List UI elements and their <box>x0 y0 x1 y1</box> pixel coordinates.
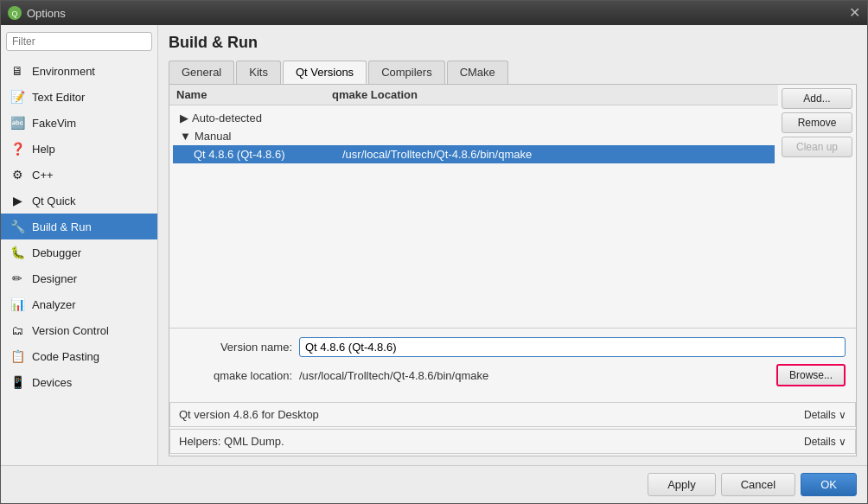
options-window: Q Options ✕ 🖥 Environment 📝 Text Editor … <box>0 0 868 504</box>
ok-button[interactable]: OK <box>801 473 857 496</box>
sidebar-item-devices[interactable]: 📱 Devices <box>1 369 157 395</box>
devices-icon: 📱 <box>10 374 25 390</box>
side-buttons: Add... Remove Clean up <box>778 85 856 328</box>
tab-kits[interactable]: Kits <box>236 61 281 84</box>
tab-content: Name qmake Location ▶Auto-detected▼Manua… <box>169 84 857 456</box>
qmake-label: qmake location: <box>180 369 292 382</box>
sidebar-label-code-pasting: Code Pasting <box>32 350 99 363</box>
version-name-input[interactable] <box>299 337 846 357</box>
sidebar-item-text-editor[interactable]: 📝 Text Editor <box>1 84 157 110</box>
browse-button[interactable]: Browse... <box>776 364 846 386</box>
sidebar-label-cpp: C++ <box>32 169 54 182</box>
sidebar-label-help: Help <box>32 143 55 156</box>
sidebar-item-build-run[interactable]: 🔧 Build & Run <box>1 214 157 239</box>
cancel-button[interactable]: Cancel <box>721 473 795 496</box>
apply-button[interactable]: Apply <box>648 473 716 496</box>
version-name-label: Version name: <box>180 341 292 354</box>
help-icon: ❓ <box>10 141 25 156</box>
sidebar-item-cpp[interactable]: ⚙ C++ <box>1 162 157 188</box>
sidebar-label-environment: Environment <box>32 65 95 78</box>
row-name: Qt 4.8.6 (Qt-4.8.6) <box>194 148 342 161</box>
col-qmake: qmake Location <box>332 88 771 101</box>
version-control-icon: 🗂 <box>10 322 25 338</box>
info-text: Qt version 4.8.6 for Desktop <box>179 408 319 421</box>
sidebar-label-designer: Designer <box>32 272 77 285</box>
environment-icon: 🖥 <box>10 63 25 79</box>
add-button[interactable]: Add... <box>782 88 852 109</box>
main-content: 🖥 Environment 📝 Text Editor 🔤 FakeVim ❓ … <box>1 25 867 465</box>
info-text: Helpers: QML Dump. <box>179 435 284 448</box>
footer: Apply Cancel OK <box>1 465 867 503</box>
sidebar-item-designer[interactable]: ✏ Designer <box>1 265 157 291</box>
details-button[interactable]: Details ∨ <box>804 436 846 448</box>
sidebar-item-help[interactable]: ❓ Help <box>1 136 157 162</box>
info-row: Helpers: QML Dump. Details ∨ <box>169 429 856 454</box>
build-run-icon: 🔧 <box>10 219 25 234</box>
sidebar-item-analyzer[interactable]: 📊 Analyzer <box>1 291 157 317</box>
analyzer-icon: 📊 <box>10 297 25 312</box>
sidebar-label-version-control: Version Control <box>32 324 109 337</box>
filter-input[interactable] <box>6 32 152 51</box>
qmake-value: /usr/local/Trolltech/Qt-4.8.6/bin/qmake <box>299 369 769 382</box>
tabs-bar: GeneralKitsQt VersionsCompilersCMake <box>169 61 857 84</box>
text-editor-icon: 📝 <box>10 89 25 105</box>
cleanup-button[interactable]: Clean up <box>782 137 852 157</box>
page-title: Build & Run <box>169 34 857 52</box>
app-icon: Q <box>8 6 22 20</box>
sidebar-label-build-run: Build & Run <box>32 220 92 233</box>
svg-text:Q: Q <box>11 10 17 18</box>
table-with-buttons: Name qmake Location ▶Auto-detected▼Manua… <box>169 85 856 328</box>
tab-general[interactable]: General <box>169 61 234 84</box>
version-name-row: Version name: <box>180 337 846 357</box>
qt-quick-icon: ▶ <box>10 193 25 208</box>
sidebar-label-debugger: Debugger <box>32 246 81 259</box>
cpp-icon: ⚙ <box>10 167 25 182</box>
titlebar-left: Q Options <box>8 6 66 20</box>
sidebar: 🖥 Environment 📝 Text Editor 🔤 FakeVim ❓ … <box>1 25 158 465</box>
row-qmake: /usr/local/Trolltech/Qt-4.8.6/bin/qmake <box>342 148 768 161</box>
sidebar-item-version-control[interactable]: 🗂 Version Control <box>1 317 157 343</box>
sidebar-item-environment[interactable]: 🖥 Environment <box>1 58 157 84</box>
sidebar-item-debugger[interactable]: 🐛 Debugger <box>1 239 157 265</box>
info-row: Qt version 4.8.6 for Desktop Details ∨ <box>169 402 856 427</box>
details-button[interactable]: Details ∨ <box>804 409 846 421</box>
titlebar: Q Options ✕ <box>1 1 867 25</box>
group-manual[interactable]: ▼Manual <box>173 127 775 145</box>
sidebar-label-devices: Devices <box>32 376 72 389</box>
debugger-icon: 🐛 <box>10 245 25 260</box>
tab-qt-versions[interactable]: Qt Versions <box>283 61 367 84</box>
group-auto-detected[interactable]: ▶Auto-detected <box>173 109 775 127</box>
code-pasting-icon: 📋 <box>10 348 25 364</box>
version-table: ▶Auto-detected▼Manual Qt 4.8.6 (Qt-4.8.6… <box>169 105 778 328</box>
sidebar-item-code-pasting[interactable]: 📋 Code Pasting <box>1 343 157 369</box>
sidebar-item-qt-quick[interactable]: ▶ Qt Quick <box>1 188 157 214</box>
tab-compilers[interactable]: Compilers <box>368 61 445 84</box>
remove-button[interactable]: Remove <box>782 112 852 133</box>
close-button[interactable]: ✕ <box>849 6 860 20</box>
window-title: Options <box>27 7 66 20</box>
table-header: Name qmake Location <box>169 85 778 105</box>
sidebar-label-qt-quick: Qt Quick <box>32 195 76 207</box>
table-row[interactable]: Qt 4.8.6 (Qt-4.8.6) /usr/local/Trolltech… <box>173 145 775 163</box>
sidebar-label-text-editor: Text Editor <box>32 91 85 104</box>
col-name: Name <box>176 88 332 101</box>
form-section: Version name: qmake location: /usr/local… <box>169 328 856 402</box>
sidebar-label-analyzer: Analyzer <box>32 298 76 311</box>
info-section: Qt version 4.8.6 for Desktop Details ∨ H… <box>169 402 856 456</box>
sidebar-label-fakevim: FakeVim <box>32 117 76 130</box>
tab-cmake[interactable]: CMake <box>447 61 508 84</box>
fakevim-icon: 🔤 <box>10 115 25 131</box>
sidebar-item-fakevim[interactable]: 🔤 FakeVim <box>1 110 157 136</box>
qmake-row: qmake location: /usr/local/Trolltech/Qt-… <box>180 364 846 386</box>
table-section: Name qmake Location ▶Auto-detected▼Manua… <box>169 85 778 328</box>
content-area: Build & Run GeneralKitsQt VersionsCompil… <box>158 25 867 465</box>
designer-icon: ✏ <box>10 271 25 286</box>
